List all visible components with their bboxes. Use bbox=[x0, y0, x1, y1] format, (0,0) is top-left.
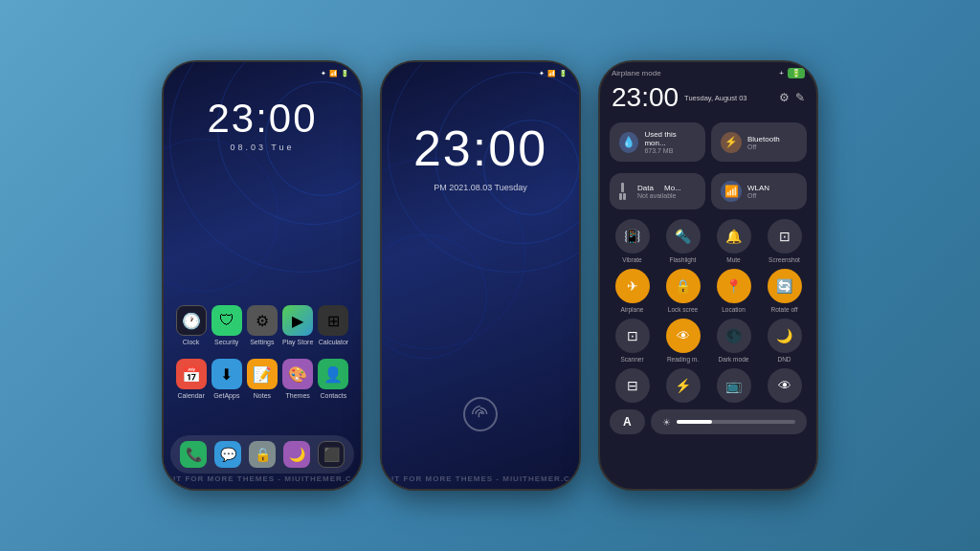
app-icon-calendar: 📅 bbox=[176, 359, 207, 389]
cc-assistant-btn[interactable]: A bbox=[610, 409, 645, 434]
app-icon-getapps: ⬇ bbox=[212, 359, 242, 389]
cc-status-bar: Airplane mode + 🔋 bbox=[600, 62, 816, 80]
app-clock[interactable]: 🕐 Clock bbox=[176, 305, 207, 345]
cc-network-tiles: Data Mo... Not available 📶 WLAN Off bbox=[600, 169, 816, 213]
cc-btn-power[interactable]: ⚡ bbox=[660, 368, 705, 406]
lockscreen-icon: 🔒 bbox=[666, 269, 701, 303]
phone-3: Airplane mode + 🔋 23:00 Tuesday, August … bbox=[598, 60, 818, 491]
cc-wlan-title: WLAN bbox=[747, 184, 769, 192]
cc-btn-lockscreen[interactable]: 🔒 Lock scree bbox=[660, 269, 705, 313]
app-contacts[interactable]: 👤 Contacts bbox=[318, 359, 348, 399]
data-drop-icon: 💧 bbox=[619, 132, 638, 153]
dock-phone[interactable]: 📞 bbox=[180, 441, 207, 468]
watermark-p2: VISIT FOR MORE THEMES - MIUITHEMER.COM bbox=[382, 474, 579, 483]
dock-camera[interactable]: ⬛ bbox=[318, 441, 345, 468]
monitor-icon: 📺 bbox=[717, 368, 751, 403]
app-grid: 🕐 Clock 🛡 Security ⚙ Settings ▶ Play Sto… bbox=[164, 305, 361, 412]
power-icon: ⚡ bbox=[666, 368, 701, 403]
cc-wlan-tile[interactable]: 📶 WLAN Off bbox=[711, 173, 807, 209]
phone-1: ✦ 📶 🔋 23:00 08.03 Tue 🕐 Clock 🛡 bbox=[162, 60, 363, 491]
darkmode-icon: 🌑 bbox=[717, 319, 751, 353]
cc-bt-status: Off bbox=[747, 143, 780, 150]
app-themes[interactable]: 🎨 Themes bbox=[282, 359, 313, 399]
screenshot-icon: ⊡ bbox=[768, 219, 802, 253]
app-playstore[interactable]: ▶ Play Store bbox=[282, 305, 313, 345]
status-bar: ✦ 📶 🔋 bbox=[164, 70, 361, 77]
brightness-icon: ☀ bbox=[662, 417, 671, 428]
phones-container: ✦ 📶 🔋 23:00 08.03 Tue 🕐 Clock 🛡 bbox=[152, 0, 828, 551]
rotate-icon: 🔄 bbox=[768, 269, 802, 303]
cc-wlan-status: Off bbox=[747, 192, 769, 199]
cc-btn-eye[interactable]: 👁 bbox=[762, 368, 807, 406]
wlan-icon: 📶 bbox=[721, 181, 742, 202]
cc-btn-mute[interactable]: 🔔 Mute bbox=[711, 219, 756, 263]
cc-buttons-row2: ✈ Airplane 🔒 Lock scree 📍 Location 🔄 Rot… bbox=[600, 269, 816, 313]
app-settings[interactable]: ⚙ Settings bbox=[247, 305, 278, 345]
cc-btn-reading[interactable]: 👁 Reading m. bbox=[660, 319, 705, 363]
cc-btn-rotate[interactable]: 🔄 Rotate off bbox=[762, 269, 807, 313]
app-row-2: 📅 Calendar ⬇ GetApps 📝 Notes 🎨 Themes bbox=[173, 359, 351, 399]
cc-buttons-row3: ⊡ Scanner 👁 Reading m. 🌑 Dark mode 🌙 DND bbox=[600, 319, 816, 363]
dock-theme[interactable]: 🌙 bbox=[283, 441, 310, 468]
cc-btn-vibrate[interactable]: 📳 Vibrate bbox=[610, 219, 655, 263]
phone2-time: 23:00 bbox=[413, 120, 547, 177]
cc-bottom-controls: A ☀ bbox=[600, 409, 816, 434]
app-notes[interactable]: 📝 Notes bbox=[247, 359, 278, 399]
app-getapps[interactable]: ⬇ GetApps bbox=[212, 359, 242, 399]
app-icon-clock: 🕐 bbox=[176, 305, 207, 336]
cc-btn-airplane[interactable]: ✈ Airplane bbox=[610, 269, 655, 313]
phone-2: ✦ 📶 🔋 23:00 PM 2021.08.03 Tuesday bbox=[380, 60, 581, 491]
cc-data-tile[interactable]: 💧 Used this mon... 673.7 MB bbox=[610, 122, 705, 162]
cc-btn-flashlight[interactable]: 🔦 Flashlight bbox=[660, 219, 705, 263]
app-security[interactable]: 🛡 Security bbox=[212, 305, 242, 345]
brightness-slider[interactable] bbox=[677, 420, 795, 424]
cc-brightness-control[interactable]: ☀ bbox=[651, 409, 807, 434]
app-calendar[interactable]: 📅 Calendar bbox=[176, 359, 207, 399]
cc-btn-scanner[interactable]: ⊡ Scanner bbox=[610, 319, 655, 363]
app-calculator[interactable]: ⊞ Calculator bbox=[318, 305, 348, 345]
cc-btn-screenshot[interactable]: ⊡ Screenshot bbox=[762, 219, 807, 263]
dock-lock[interactable]: 🔒 bbox=[249, 441, 276, 468]
cc-btn-darkmode[interactable]: 🌑 Dark mode bbox=[711, 319, 756, 363]
cc-btn-dnd[interactable]: 🌙 DND bbox=[762, 319, 807, 363]
cast-icon: ⊟ bbox=[615, 368, 650, 403]
location-icon: 📍 bbox=[717, 269, 751, 303]
watermark: VISIT FOR MORE THEMES - MIUITHEMER.COM bbox=[164, 474, 361, 483]
scanner-icon: ⊡ bbox=[615, 319, 650, 353]
airplane-icon: ✈ bbox=[615, 269, 650, 303]
bluetooth-icon: ⚡ bbox=[721, 132, 742, 153]
app-icon-themes: 🎨 bbox=[282, 359, 313, 389]
cc-btn-location[interactable]: 📍 Location bbox=[711, 269, 756, 313]
eye-icon: 👁 bbox=[768, 368, 802, 403]
dock-messages[interactable]: 💬 bbox=[214, 441, 241, 468]
cc-time: 23:00 bbox=[612, 82, 679, 113]
cc-airplane-label: Airplane mode bbox=[612, 69, 661, 77]
app-row-1: 🕐 Clock 🛡 Security ⚙ Settings ▶ Play Sto… bbox=[173, 305, 351, 345]
vibrate-icon: 📳 bbox=[615, 219, 650, 253]
cc-bt-title: Bluetooth bbox=[747, 135, 780, 143]
cc-top-tiles: 💧 Used this mon... 673.7 MB ⚡ Bluetooth … bbox=[600, 119, 816, 165]
phone1-date: 08.03 Tue bbox=[207, 143, 317, 152]
dock: 📞 💬 🔒 🌙 ⬛ bbox=[170, 435, 354, 474]
mute-icon: 🔔 bbox=[717, 219, 751, 253]
cc-mobile-status: Not available bbox=[637, 192, 681, 199]
assistant-label: A bbox=[623, 415, 632, 429]
cc-mobile-tile[interactable]: Data Mo... Not available bbox=[610, 173, 705, 209]
app-icon-settings: ⚙ bbox=[247, 305, 278, 336]
dnd-icon: 🌙 bbox=[768, 319, 802, 353]
cc-buttons-row1: 📳 Vibrate 🔦 Flashlight 🔔 Mute ⊡ Screensh… bbox=[600, 219, 816, 263]
cc-btn-monitor[interactable]: 📺 bbox=[711, 368, 756, 406]
phone1-time: 23:00 bbox=[207, 99, 317, 139]
reading-icon: 👁 bbox=[666, 319, 701, 353]
app-icon-notes: 📝 bbox=[247, 359, 278, 389]
fingerprint-icon[interactable] bbox=[463, 397, 498, 431]
app-icon-security: 🛡 bbox=[212, 305, 242, 336]
app-icon-calculator: ⊞ bbox=[318, 305, 348, 336]
app-icon-playstore: ▶ bbox=[282, 305, 313, 336]
cc-data-title: Used this mon... bbox=[644, 130, 696, 147]
phone2-date: PM 2021.08.03 Tuesday bbox=[413, 183, 547, 192]
cc-bluetooth-tile[interactable]: ⚡ Bluetooth Off bbox=[711, 122, 807, 162]
cc-btn-cast[interactable]: ⊟ bbox=[610, 368, 655, 406]
app-icon-contacts: 👤 bbox=[318, 359, 348, 389]
status-bar-p2: ✦ 📶 🔋 bbox=[382, 70, 579, 77]
